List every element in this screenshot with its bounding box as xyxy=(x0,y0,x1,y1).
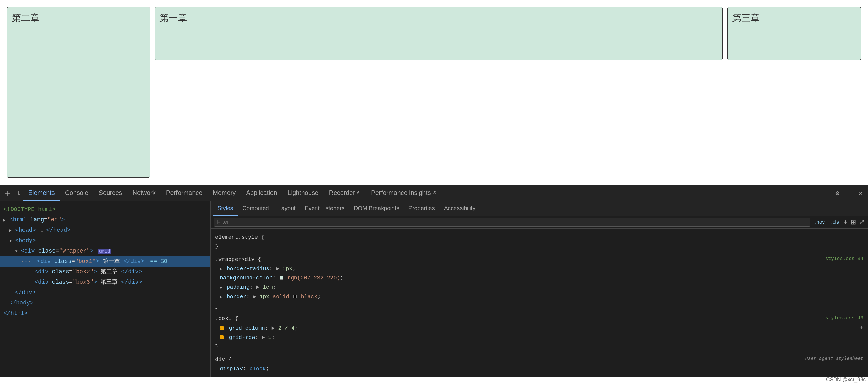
hov-button[interactable]: :hov xyxy=(813,218,827,226)
devtools-right-icons: ⚙ ⋮ ✕ xyxy=(832,188,866,199)
performance-insights-icon: ⏱ xyxy=(433,190,437,195)
css-rule-div: user agent stylesheet div { display: blo… xyxy=(211,353,868,377)
devtools-tabs: Elements Console Sources Network Perform… xyxy=(23,185,832,201)
css-rule-element-style: element.style { } xyxy=(211,231,868,253)
box3-label: 第三章 xyxy=(732,13,760,23)
grid-row-checkbox[interactable] xyxy=(220,335,224,339)
tab-performance-insights[interactable]: Performance insights ⏱ xyxy=(366,185,442,201)
subtab-properties[interactable]: Properties xyxy=(404,202,439,215)
box3-element: 第三章 xyxy=(727,7,861,60)
recorder-icon: ⏱ xyxy=(357,190,361,195)
subtab-styles[interactable]: Styles xyxy=(213,202,238,215)
page-content: 第二章 第一章 第三章 xyxy=(0,0,868,185)
tab-console[interactable]: Console xyxy=(60,185,94,201)
browser-viewport: 第二章 第一章 第三章 xyxy=(0,0,868,185)
tab-lighthouse[interactable]: Lighthouse xyxy=(282,185,324,201)
subtab-accessibility[interactable]: Accessibility xyxy=(439,202,480,215)
device-toolbar-icon[interactable] xyxy=(13,188,23,199)
css-rule-wrapper-div: styles.css:34 .wrapper>div { ▶ border-ra… xyxy=(211,253,868,313)
toggle-sidebar-icon[interactable]: ⊞ xyxy=(851,218,856,226)
subtab-computed[interactable]: Computed xyxy=(238,202,273,215)
dom-box2[interactable]: <div class="box2"> 第二章 </div> xyxy=(0,267,210,277)
expand-icon[interactable]: ⤢ xyxy=(859,218,865,226)
cls-button[interactable]: .cls xyxy=(829,218,841,226)
tab-elements[interactable]: Elements xyxy=(23,185,60,201)
tab-sources[interactable]: Sources xyxy=(93,185,127,201)
svg-rect-4 xyxy=(19,192,20,195)
dom-box3[interactable]: <div class="box3"> 第三章 </div> xyxy=(0,277,210,288)
subtab-event-listeners[interactable]: Event Listeners xyxy=(300,202,349,215)
box1-element: 第一章 xyxy=(155,7,723,60)
dom-body-open: ▼ <body> xyxy=(0,236,210,246)
add-property-button[interactable]: + xyxy=(860,324,863,333)
dom-wrapper: ▼ <div class="wrapper"> grid xyxy=(0,246,210,256)
dom-wrapper-close: </div> xyxy=(0,288,210,298)
styles-subtabs: Styles Computed Layout Event Listeners D… xyxy=(211,202,868,216)
inspect-element-icon[interactable] xyxy=(2,188,13,199)
add-style-rule-button[interactable]: + xyxy=(843,218,847,226)
dom-html: ▶ <html lang="en"> xyxy=(0,215,210,225)
styles-panel: Styles Computed Layout Event Listeners D… xyxy=(211,202,868,377)
tab-memory[interactable]: Memory xyxy=(208,185,241,201)
devtools-panel: Elements Console Sources Network Perform… xyxy=(0,185,868,377)
pseudo-buttons: :hov .cls xyxy=(813,218,841,226)
dom-head: ▶ <head> … </head> xyxy=(0,225,210,236)
tab-application[interactable]: Application xyxy=(241,185,282,201)
svg-rect-3 xyxy=(16,191,19,195)
grid-column-checkbox[interactable] xyxy=(220,326,224,330)
dom-box1-selected[interactable]: ··· <div class="box1"> 第一章 </div> == $0 xyxy=(0,256,210,267)
dom-doctype: <!DOCTYPE html> xyxy=(0,204,210,215)
more-options-icon[interactable]: ⋮ xyxy=(844,188,854,199)
csdn-watermark: CSDN @xcr_98s xyxy=(826,377,866,383)
dom-body-close: </body> xyxy=(0,298,210,308)
box1-label: 第一章 xyxy=(159,13,187,23)
tab-recorder[interactable]: Recorder ⏱ xyxy=(324,185,366,201)
filter-bar: :hov .cls + ⊞ ⤢ xyxy=(211,216,868,229)
box2-element: 第二章 xyxy=(7,7,150,178)
tab-performance[interactable]: Performance xyxy=(161,185,208,201)
settings-icon[interactable]: ⚙ xyxy=(832,188,843,199)
subtab-layout[interactable]: Layout xyxy=(274,202,300,215)
color-swatch-bg[interactable] xyxy=(280,276,283,280)
close-devtools-icon[interactable]: ✕ xyxy=(855,188,866,199)
dom-panel: <!DOCTYPE html> ▶ <html lang="en"> ▶ <he… xyxy=(0,202,211,377)
devtools-toolbar: Elements Console Sources Network Perform… xyxy=(0,185,868,202)
devtools-main: <!DOCTYPE html> ▶ <html lang="en"> ▶ <he… xyxy=(0,202,868,377)
svg-rect-0 xyxy=(5,191,7,193)
subtab-dom-breakpoints[interactable]: DOM Breakpoints xyxy=(349,202,404,215)
styles-content: element.style { } styles.css:34 .wrapper… xyxy=(211,229,868,377)
filter-input[interactable] xyxy=(214,217,810,227)
css-rule-box1: styles.css:49 .box1 { grid-column: ▶ 2 /… xyxy=(211,312,868,353)
box2-label: 第二章 xyxy=(12,13,39,23)
color-swatch-black[interactable] xyxy=(293,295,297,298)
tab-network[interactable]: Network xyxy=(127,185,161,201)
dom-html-close: </html> xyxy=(0,308,210,319)
